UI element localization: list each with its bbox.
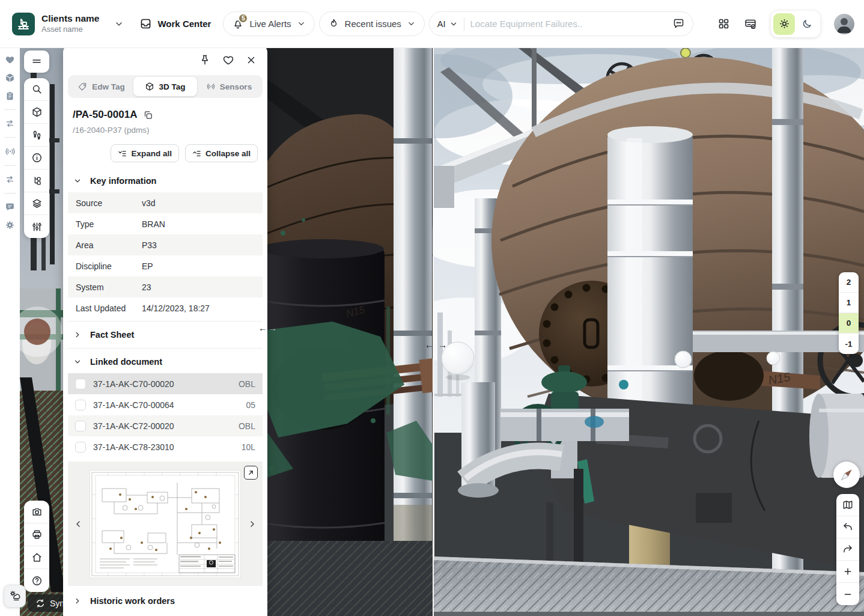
- settings-gear-icon[interactable]: [5, 220, 15, 230]
- favorites-icon[interactable]: [5, 55, 15, 65]
- collapse-all-button[interactable]: Collapse all: [185, 144, 258, 162]
- hierarchy-tool-button[interactable]: [24, 169, 49, 192]
- level-option[interactable]: 2: [839, 272, 859, 293]
- chevron-right-icon: [73, 597, 82, 605]
- recent-issues-dropdown[interactable]: Recent issues: [319, 11, 425, 36]
- expand-all-button[interactable]: Expand all: [111, 144, 179, 162]
- compass-needle-icon: [836, 465, 857, 485]
- undo-button[interactable]: [836, 516, 859, 538]
- next-document-button[interactable]: [248, 519, 257, 529]
- ai-mode-dropdown[interactable]: AI: [437, 19, 458, 29]
- previous-document-button[interactable]: [73, 519, 83, 529]
- compass-button[interactable]: [833, 462, 860, 488]
- live-alerts-dropdown[interactable]: 5 Live Alerts: [223, 11, 314, 36]
- weather-icon: [8, 590, 22, 603]
- chevron-down-icon: [114, 19, 124, 29]
- left-rail: [0, 48, 20, 616]
- nav-sphere[interactable]: [767, 352, 780, 365]
- chevron-right-icon: [248, 519, 257, 529]
- zoom-in-button[interactable]: [836, 561, 859, 583]
- rail-divider: [4, 193, 16, 194]
- info-tool-button[interactable]: [24, 147, 49, 169]
- chat-bubble-icon[interactable]: [672, 17, 685, 30]
- weather-button[interactable]: [4, 585, 26, 608]
- bell-icon: 5: [232, 18, 244, 30]
- document-checkbox[interactable]: [75, 379, 86, 389]
- minimap-button[interactable]: [836, 494, 859, 516]
- kv-row: Sourcev3d: [68, 192, 263, 213]
- document-row[interactable]: 37-1A-AK-C70-00020 OBL: [68, 373, 263, 394]
- ai-label: AI: [437, 19, 446, 29]
- nav-sphere[interactable]: [675, 351, 692, 368]
- print-button[interactable]: [24, 523, 49, 546]
- help-button[interactable]: [24, 569, 49, 592]
- pin-panel-button[interactable]: [199, 54, 211, 66]
- question-icon: [31, 575, 43, 587]
- section-historic-work-orders[interactable]: Historic work orders: [63, 590, 267, 612]
- subscription-card-icon[interactable]: [744, 17, 757, 31]
- panel-collapse-handle[interactable]: ←→: [258, 323, 277, 332]
- tab-label: 3D Tag: [159, 82, 185, 91]
- zoom-out-button[interactable]: [836, 583, 859, 605]
- broadcast-icon[interactable]: [5, 146, 16, 157]
- clipboard-icon[interactable]: [5, 91, 15, 101]
- rail-divider: [4, 137, 16, 138]
- redo-button[interactable]: [836, 538, 859, 561]
- light-mode-button[interactable]: [773, 13, 795, 35]
- section-key-information[interactable]: Key information: [63, 169, 267, 192]
- chevron-down-icon: [407, 19, 416, 28]
- camera-icon: [31, 506, 43, 517]
- document-row[interactable]: 37-1A-AK-C70-00064 05: [68, 394, 263, 415]
- favorite-tag-button[interactable]: [222, 54, 234, 66]
- layers-tool-button[interactable]: [24, 192, 49, 215]
- copy-tag-button[interactable]: [143, 110, 153, 120]
- document-checkbox[interactable]: [75, 400, 86, 410]
- search-input[interactable]: [470, 19, 666, 29]
- search-tool-button[interactable]: [24, 78, 49, 101]
- redo-icon: [842, 544, 853, 555]
- transfer-arrows-icon[interactable]: [5, 118, 15, 129]
- user-avatar[interactable]: [834, 14, 854, 34]
- screenshot-button[interactable]: [24, 501, 49, 523]
- sun-icon: [779, 18, 790, 29]
- level-option[interactable]: -1: [839, 334, 859, 354]
- feedback-icon[interactable]: [5, 202, 15, 212]
- tune-sliders-icon: [31, 221, 43, 233]
- level-option[interactable]: 1: [839, 293, 859, 313]
- dark-mode-button[interactable]: [796, 13, 818, 35]
- document-preview: [68, 462, 263, 586]
- document-checkbox[interactable]: [75, 421, 86, 432]
- recent-issues-label: Recent issues: [345, 19, 401, 29]
- document-checkbox[interactable]: [75, 442, 86, 453]
- package-icon[interactable]: [5, 73, 15, 83]
- expand-all-icon: [118, 149, 127, 158]
- open-document-button[interactable]: [244, 466, 258, 480]
- close-panel-button[interactable]: [246, 55, 257, 66]
- chevron-down-icon: [297, 19, 306, 28]
- client-asset-selector[interactable]: Clients name Asset name: [12, 13, 124, 35]
- sync-arrows-icon[interactable]: [5, 174, 15, 184]
- section-fact-sheet[interactable]: Fact Sheet: [63, 323, 267, 346]
- section-linked-document[interactable]: Linked document: [63, 350, 267, 373]
- split-drag-handle[interactable]: ←→: [425, 340, 447, 349]
- document-row[interactable]: 37-1A-AK-C78-23010 10L: [68, 436, 263, 457]
- joystick-knob[interactable]: [24, 319, 50, 345]
- document-thumbnail[interactable]: [90, 471, 240, 578]
- home-view-button[interactable]: [24, 546, 49, 569]
- rail-divider: [4, 109, 16, 110]
- chevron-left-icon: [73, 519, 83, 529]
- tab-3d-tag[interactable]: 3D Tag: [133, 77, 197, 96]
- photo-view[interactable]: N15: [368, 48, 864, 616]
- document-row[interactable]: 37-1A-AK-C72-00020 OBL: [68, 415, 263, 436]
- arrow-left-icon: ←: [258, 323, 267, 332]
- filter-settings-tool-button[interactable]: [24, 215, 49, 238]
- tab-sensors[interactable]: Sensors: [197, 77, 261, 96]
- 3d-model-tool-button[interactable]: [24, 101, 49, 124]
- walkthrough-tool-button[interactable]: [24, 124, 49, 147]
- apps-grid-icon[interactable]: [717, 17, 730, 30]
- level-option-active[interactable]: 0: [839, 313, 859, 334]
- key-information-table: Sourcev3d TypeBRAN AreaP33 DisciplineEP …: [68, 192, 263, 319]
- view-options-button[interactable]: [24, 50, 49, 73]
- tab-edw-tag[interactable]: Edw Tag: [70, 77, 133, 96]
- work-center-button[interactable]: Work Center: [139, 17, 211, 30]
